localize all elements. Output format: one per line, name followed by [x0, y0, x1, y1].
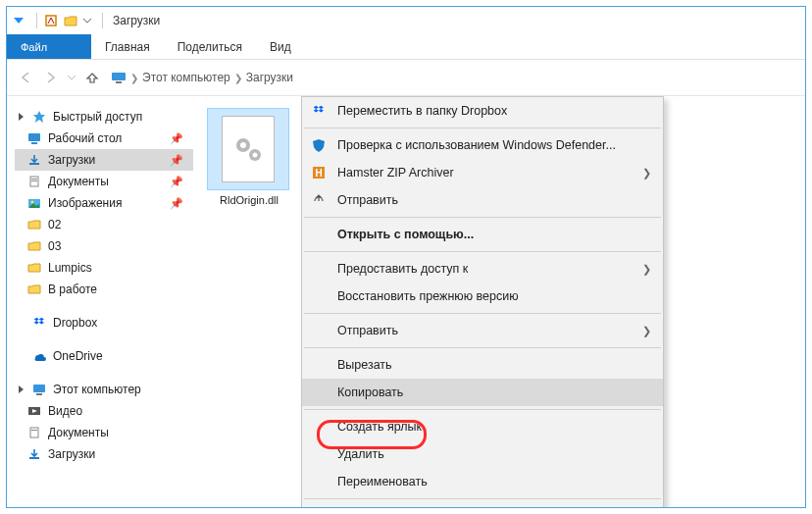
menu-item-copy[interactable]: Копировать — [302, 379, 663, 406]
sidebar-item-this-pc[interactable]: Этот компьютер — [15, 379, 193, 400]
hamster-icon: H — [311, 165, 327, 180]
sidebar-item-documents[interactable]: Документы 📌 — [15, 171, 193, 192]
sidebar-item-label: Lumpics — [48, 261, 92, 275]
sidebar-item-label: Видео — [48, 404, 82, 418]
nav-forward-button[interactable] — [40, 67, 62, 88]
titlebar: Загрузки — [7, 7, 805, 34]
sidebar-spacer — [15, 367, 193, 379]
documents-icon — [26, 174, 42, 189]
chevron-right-icon[interactable]: ❯ — [130, 73, 138, 83]
sidebar-item-label: Dropbox — [53, 316, 97, 330]
sidebar-spacer — [15, 300, 193, 312]
menu-item-rename[interactable]: Переименовать — [302, 468, 663, 495]
down-arrow-icon[interactable] — [11, 13, 26, 28]
chevron-right-icon[interactable]: ❯ — [234, 73, 242, 83]
sidebar-item-videos[interactable]: Видео — [15, 400, 193, 422]
menu-item-label: Переименовать — [337, 475, 428, 488]
menu-item-send-to[interactable]: Отправить ❯ — [302, 317, 663, 344]
pin-icon: 📌 — [170, 154, 183, 167]
menu-item-cut[interactable]: Вырезать — [302, 351, 663, 379]
tab-file[interactable]: Файл — [7, 34, 91, 59]
menu-item-create-shortcut[interactable]: Создать ярлык — [302, 413, 663, 440]
breadcrumb-root[interactable]: Этот компьютер — [142, 71, 230, 84]
menu-item-delete[interactable]: Удалить — [302, 440, 663, 468]
sidebar-item-onedrive[interactable]: OneDrive — [15, 345, 193, 367]
menu-item-label: Копировать — [337, 386, 403, 399]
pin-icon: 📌 — [170, 176, 183, 188]
sidebar-item-quick-access[interactable]: Быстрый доступ — [15, 106, 193, 128]
folder-icon[interactable] — [63, 13, 78, 28]
sidebar-item-label: Документы — [48, 426, 109, 439]
tab-view[interactable]: Вид — [256, 34, 305, 59]
videos-icon — [26, 403, 42, 419]
menu-item-share[interactable]: Отправить — [302, 186, 663, 214]
menu-separator — [304, 498, 661, 499]
svg-text:H: H — [315, 168, 322, 179]
sidebar: Быстрый доступ Рабочий стол 📌 Загрузки 📌… — [7, 96, 193, 507]
expand-icon — [19, 386, 24, 393]
menu-item-open-with[interactable]: Открыть с помощью... — [302, 221, 663, 248]
menu-item-label: Предоставить доступ к — [337, 262, 468, 276]
svg-rect-16 — [29, 457, 39, 459]
sidebar-item-label: Этот компьютер — [53, 383, 141, 396]
menu-item-label: Переместить в папку Dropbox — [337, 104, 507, 118]
menu-item-label: Восстановить прежнюю версию — [337, 289, 519, 303]
svg-point-20 — [253, 153, 258, 158]
sidebar-item-label: Загрузки — [48, 447, 95, 461]
file-name-label: RldOrigin.dll — [207, 194, 291, 206]
folder-icon — [26, 217, 42, 232]
dropbox-icon — [31, 315, 47, 331]
svg-rect-1 — [112, 73, 126, 80]
onedrive-icon — [31, 348, 47, 364]
sidebar-item-folder-02[interactable]: 02 — [15, 214, 193, 235]
menu-item-label: Удалить — [337, 447, 384, 461]
nav-up-button[interactable] — [81, 67, 103, 88]
svg-rect-11 — [33, 385, 45, 392]
sidebar-item-folder-lumpics[interactable]: Lumpics — [15, 257, 193, 279]
properties-icon[interactable] — [43, 13, 59, 28]
downloads-icon — [26, 446, 42, 462]
nav-back-button[interactable] — [15, 67, 36, 88]
menu-item-label: Отправить — [337, 324, 398, 337]
file-item[interactable]: RldOrigin.dll — [207, 108, 291, 206]
separator — [36, 13, 37, 28]
menu-item-label: Отправить — [337, 193, 398, 207]
svg-rect-7 — [31, 179, 37, 180]
nav-recent-dropdown[interactable] — [66, 67, 77, 88]
menu-item-properties[interactable]: Свойства — [302, 502, 663, 507]
menu-separator — [304, 409, 661, 410]
menu-separator — [304, 313, 661, 314]
pictures-icon — [26, 195, 42, 211]
sidebar-item-desktop[interactable]: Рабочий стол 📌 — [15, 128, 193, 149]
ribbon-tabs: Файл Главная Поделиться Вид — [7, 34, 805, 60]
documents-icon — [26, 425, 42, 440]
sidebar-item-label: Рабочий стол — [48, 131, 122, 145]
dropdown-icon[interactable] — [82, 13, 92, 28]
gear-icon — [230, 131, 266, 167]
sidebar-item-dropbox[interactable]: Dropbox — [15, 312, 193, 334]
sidebar-item-folder-03[interactable]: 03 — [15, 235, 193, 257]
chevron-right-icon: ❯ — [642, 325, 651, 337]
menu-item-hamster[interactable]: H Hamster ZIP Archiver ❯ — [302, 159, 663, 186]
menu-item-defender[interactable]: Проверка с использованием Windows Defend… — [302, 131, 663, 159]
menu-item-move-dropbox[interactable]: Переместить в папку Dropbox — [302, 97, 663, 125]
menu-item-restore[interactable]: Восстановить прежнюю версию — [302, 283, 663, 310]
menu-separator — [304, 128, 661, 128]
sidebar-item-pictures[interactable]: Изображения 📌 — [15, 192, 193, 214]
svg-rect-14 — [30, 428, 38, 437]
breadcrumb[interactable]: ❯ Этот компьютер ❯ Загрузки — [111, 70, 293, 85]
shield-icon — [311, 137, 327, 153]
menu-item-grant-access[interactable]: Предоставить доступ к ❯ — [302, 255, 663, 283]
sidebar-item-downloads2[interactable]: Загрузки — [15, 443, 193, 465]
sidebar-item-downloads[interactable]: Загрузки 📌 — [15, 149, 193, 171]
file-pane[interactable]: RldOrigin.dll Переместить в папку Dropbo… — [193, 96, 805, 507]
sidebar-item-label: Загрузки — [48, 153, 95, 167]
sidebar-item-folder-inwork[interactable]: В работе — [15, 279, 193, 300]
tab-share[interactable]: Поделиться — [164, 34, 256, 59]
tab-home[interactable]: Главная — [91, 34, 164, 59]
star-icon — [31, 109, 47, 125]
sidebar-item-documents2[interactable]: Документы — [15, 422, 193, 443]
breadcrumb-current[interactable]: Загрузки — [246, 71, 293, 84]
pc-icon — [111, 70, 127, 85]
svg-rect-2 — [116, 81, 122, 83]
